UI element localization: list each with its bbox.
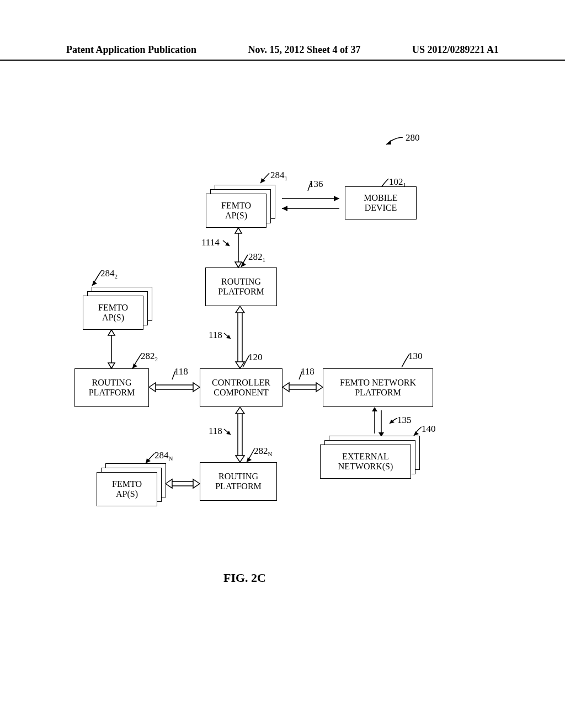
link-controller-femtonet [282, 381, 323, 394]
leader-284-1 [259, 173, 271, 185]
svg-marker-0 [386, 140, 391, 144]
routing-platform-n: ROUTING PLATFORM [200, 462, 277, 501]
leader-284-2 [91, 271, 103, 287]
leader-130 [401, 354, 412, 368]
femto-aps-n: FEMTO AP(S) [97, 472, 157, 506]
leader-284-N [145, 453, 157, 465]
leader-118-right [298, 370, 305, 381]
leader-118-left [171, 370, 178, 381]
leader-102-1 [381, 176, 393, 189]
link-femtonet-external [370, 407, 386, 437]
header-center: Nov. 15, 2012 Sheet 4 of 37 [248, 44, 361, 60]
ref-135: 135 [397, 415, 412, 426]
leader-282-2 [131, 354, 143, 370]
svg-marker-39 [236, 456, 244, 462]
ref-1114: 1114 [201, 237, 220, 248]
svg-marker-1 [260, 178, 265, 183]
controller-component: CONTROLLER COMPONENT [200, 368, 282, 407]
femto-aps-n-stack: FEMTO AP(S) [97, 463, 168, 506]
femto-aps-2: FEMTO AP(S) [83, 296, 143, 330]
ref-140: 140 [422, 424, 436, 435]
femto-aps-1-stack: FEMTO AP(S) [206, 185, 278, 228]
leader-282-1 [240, 255, 251, 268]
svg-marker-25 [282, 383, 289, 392]
routing-platform-1: ROUTING PLATFORM [205, 267, 277, 306]
diagram: 280 FEMTO AP(S) 2841 MOBILE DEVICE 1021 … [0, 121, 565, 618]
header-right: US 2012/0289221 A1 [412, 44, 499, 60]
svg-marker-28 [316, 383, 323, 392]
ref-284-1: 2841 [270, 170, 287, 181]
svg-marker-32 [372, 407, 377, 411]
svg-marker-21 [149, 383, 156, 392]
svg-marker-45 [193, 479, 200, 488]
svg-marker-24 [193, 383, 200, 392]
svg-marker-3 [334, 196, 339, 201]
ref-280: 280 [406, 132, 420, 143]
page-header: Patent Application Publication Nov. 15, … [0, 44, 565, 61]
leader-118-top [224, 333, 232, 341]
leader-280 [386, 135, 405, 147]
link-femto1-mobile [278, 193, 345, 215]
routing-platform-2: ROUTING PLATFORM [74, 368, 149, 407]
svg-marker-5 [282, 206, 287, 211]
svg-marker-36 [236, 407, 244, 414]
figure-caption: FIG. 2C [223, 571, 266, 585]
leader-282-N [246, 449, 257, 463]
leader-136 [306, 180, 314, 193]
ref-118-bottom: 118 [209, 426, 222, 437]
external-networks: EXTERNAL NETWORK(S) [320, 445, 411, 479]
external-networks-stack: EXTERNAL NETWORK(S) [320, 436, 425, 481]
leader-135 [388, 417, 398, 426]
leader-118-bottom [224, 429, 232, 437]
mobile-device: MOBILE DEVICE [345, 186, 417, 220]
femto-aps-2-stack: FEMTO AP(S) [83, 287, 154, 330]
femto-network-platform: FEMTO NETWORK PLATFORM [323, 368, 433, 407]
header-left: Patent Application Publication [66, 44, 196, 60]
leader-140 [413, 426, 423, 437]
svg-marker-7 [235, 228, 242, 233]
svg-marker-41 [146, 458, 151, 463]
leader-120 [242, 355, 252, 368]
link-femto2-routing2 [105, 330, 118, 368]
femto-aps-1: FEMTO AP(S) [206, 194, 266, 228]
link-femtoN-routingN [166, 477, 200, 490]
leader-1114 [223, 240, 231, 248]
svg-marker-14 [108, 363, 115, 368]
svg-marker-42 [166, 479, 172, 488]
ref-284-N: 284N [154, 450, 173, 462]
svg-marker-12 [108, 330, 115, 335]
ref-282-N: 282N [254, 446, 272, 457]
link-routing2-controller [149, 381, 200, 394]
svg-marker-17 [236, 306, 244, 313]
ref-118-top: 118 [209, 330, 222, 341]
